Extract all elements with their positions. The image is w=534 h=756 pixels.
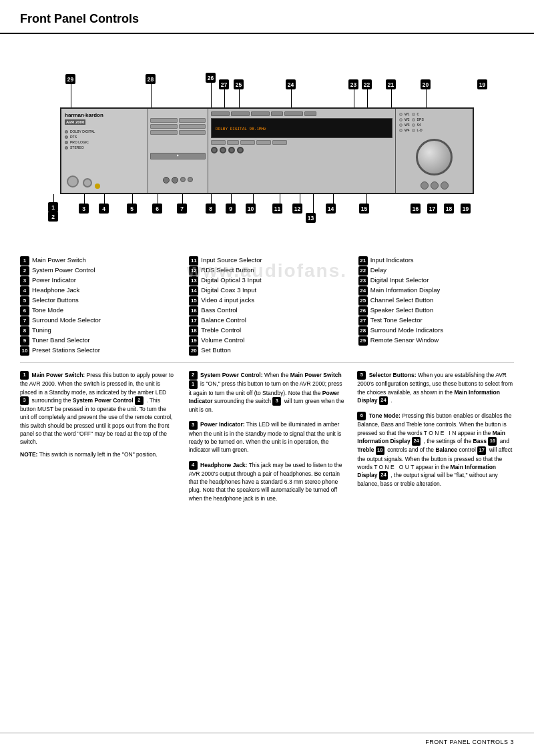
callout-23: 23 bbox=[348, 79, 358, 89]
label-item-17: 17 Balance Control bbox=[189, 316, 344, 326]
dig-coax-input bbox=[220, 147, 226, 153]
content-area: 29 28 26 27 25 24 23 bbox=[0, 41, 534, 509]
desc-num-5b: 24 bbox=[379, 396, 388, 405]
callout-18: 18 bbox=[444, 204, 454, 214]
desc-num-6d: 18 bbox=[376, 446, 384, 455]
labels-section: 1 Main Power Switch 2 System Power Contr… bbox=[20, 256, 514, 356]
vline-21 bbox=[391, 89, 392, 107]
vline-6 bbox=[158, 194, 158, 204]
callout-26: 26 bbox=[206, 73, 216, 83]
balance-knob bbox=[441, 181, 449, 190]
callout-7: 7 bbox=[177, 204, 187, 214]
callout-24: 24 bbox=[286, 79, 296, 89]
desc-3: 3 Power Indicator: This LED will be illu… bbox=[189, 420, 346, 454]
desc-num-6c: 16 bbox=[488, 437, 497, 446]
callout-19-right: 19 bbox=[477, 79, 487, 89]
vline-8 bbox=[211, 194, 212, 204]
video-input bbox=[228, 147, 235, 153]
label-item-19: 19 Volume Control bbox=[189, 336, 344, 346]
label-item-23: 23 Digital Input Selector bbox=[358, 276, 514, 286]
desc-title-2: System Power Control: bbox=[200, 372, 263, 378]
ind-8: L-D bbox=[417, 128, 423, 132]
vline-11 bbox=[280, 194, 280, 204]
label-item-25: 25 Channel Select Button bbox=[358, 296, 514, 306]
footer: FRONT PANEL CONTROLS 3 bbox=[0, 733, 534, 745]
sel-btn-1 bbox=[150, 118, 178, 123]
page: Front Panel Controls 29 28 26 27 25 bbox=[0, 0, 534, 756]
desc-4: 4 Headphone Jack: This jack may be used … bbox=[189, 461, 346, 503]
desc-title-5: Selector Buttons: bbox=[369, 372, 417, 378]
page-title: Front Panel Controls bbox=[20, 12, 514, 26]
brand-name: harman·kardon AVR 2000 bbox=[65, 112, 144, 125]
vline-23 bbox=[354, 89, 354, 107]
callout-19: 19 bbox=[461, 204, 471, 214]
diagram-container: 29 28 26 27 25 24 23 bbox=[27, 41, 507, 246]
service-btn bbox=[304, 111, 316, 116]
label-item-20: 20 Set Button bbox=[189, 346, 344, 356]
indicator-dolby: DOLBY DIGITAL bbox=[70, 129, 95, 133]
callout-5: 5 bbox=[127, 204, 137, 214]
vline-22 bbox=[367, 89, 368, 107]
callout-1: 1 bbox=[48, 202, 58, 212]
label-item-26: 26 Speaker Select Button bbox=[358, 306, 514, 316]
vline-29 bbox=[71, 84, 71, 107]
desc-title-4: Headphone Jack: bbox=[200, 462, 247, 468]
indicator-dts: DTS bbox=[70, 135, 77, 139]
vline-4 bbox=[104, 194, 105, 204]
label-item-12: 12 RDS Select Button bbox=[189, 266, 344, 276]
desc-text-1b: surrounding the System Power Control bbox=[31, 397, 135, 404]
footer-text: FRONT PANEL CONTROLS 3 bbox=[425, 739, 514, 745]
ind-7: W4 bbox=[405, 128, 410, 132]
label-item-4: 4 Headphone Jack bbox=[20, 286, 176, 296]
desc-num-3: 3 bbox=[189, 421, 198, 430]
knob-visual-1 bbox=[163, 177, 170, 183]
vline-25 bbox=[239, 89, 240, 107]
desc-num-4: 4 bbox=[189, 461, 198, 470]
vline-9 bbox=[231, 194, 232, 204]
vline-26 bbox=[211, 83, 212, 107]
label-item-16: 16 Bass Control bbox=[189, 306, 344, 316]
desc-text-1c: . This button MUST be pressed in to oper… bbox=[20, 397, 173, 446]
label-item-2: 2 System Power Control bbox=[20, 266, 176, 276]
sel-btn-4 bbox=[179, 124, 206, 129]
dig-btn bbox=[240, 140, 255, 145]
label-item-27: 27 Test Tone Selector bbox=[358, 316, 514, 326]
label-item-3: 3 Power Indicator bbox=[20, 276, 176, 286]
vline-5 bbox=[132, 194, 133, 204]
vline-14 bbox=[333, 194, 334, 204]
power-indicator-visual bbox=[95, 183, 100, 189]
ind-5: W3 bbox=[405, 123, 410, 127]
label-item-5: 5 Selector Buttons bbox=[20, 296, 176, 306]
ind-4: DPS bbox=[417, 117, 424, 121]
callout-3: 3 bbox=[79, 204, 89, 214]
label-item-29: 29 Remote Sensor Window bbox=[358, 336, 514, 346]
label-item-11: 11 Input Source Selector bbox=[189, 256, 344, 266]
desc-col-2: 2 System Power Control: When the Main Po… bbox=[189, 371, 346, 509]
vline-24 bbox=[291, 89, 292, 107]
desc-title-3: Power Indicator: bbox=[200, 421, 245, 428]
bass-knob bbox=[421, 181, 429, 190]
src-sel-btn bbox=[211, 140, 226, 145]
sys-power-visual bbox=[83, 178, 92, 187]
divider-1 bbox=[20, 362, 514, 363]
desc-num-6: 6 bbox=[357, 412, 366, 420]
vline-10 bbox=[253, 194, 254, 204]
vline-20 bbox=[426, 89, 427, 107]
tuning-btn bbox=[251, 111, 270, 116]
video4-btn bbox=[272, 140, 287, 145]
knob-visual-4 bbox=[188, 177, 193, 182]
knob-visual-3 bbox=[180, 177, 186, 182]
callout-16: 16 bbox=[411, 204, 421, 214]
desc-num-2b: 1 bbox=[189, 380, 198, 389]
callout-10: 10 bbox=[246, 204, 256, 214]
dig-optical-input bbox=[211, 147, 218, 153]
labels-col-2: 11 Input Source Selector 12 RDS Select B… bbox=[189, 256, 344, 356]
rds-btn bbox=[227, 140, 239, 145]
callout-14: 14 bbox=[326, 204, 336, 214]
callout-28: 28 bbox=[146, 74, 156, 84]
desc-1: 1 Main Power Switch: Press this button t… bbox=[20, 371, 177, 458]
labels-col-3: 21 Input Indicators 22 Delay 23 Digital … bbox=[358, 256, 514, 356]
callout-17: 17 bbox=[427, 204, 437, 214]
main-display: DOLBY DIGITAL 98.1MHz bbox=[216, 126, 266, 131]
label-item-21: 21 Input Indicators bbox=[358, 256, 514, 266]
